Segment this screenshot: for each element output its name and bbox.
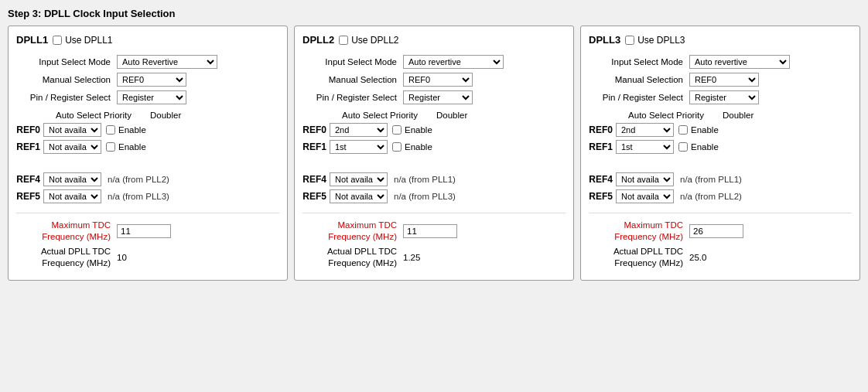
- doubler-header-label-dpll3: Doubler: [723, 111, 754, 120]
- doubler-checkbox-dpll1-REF0[interactable]: [106, 125, 115, 135]
- doubler-wrapper-dpll3-REF0[interactable]: Enable: [678, 125, 719, 135]
- doubler-wrapper-dpll2-REF1[interactable]: Enable: [392, 142, 432, 152]
- dpll-container: DPLL1Use DPLL1Input Select ModeAuto Reve…: [8, 26, 860, 281]
- ref-row-dpll2-REF1: REF1Not available for s1st2nd3rd4thEnabl…: [302, 140, 566, 154]
- manual-selection-select-dpll3[interactable]: REF0REF1REF4REF5: [689, 73, 759, 87]
- doubler-label-dpll1-REF0: Enable: [118, 125, 146, 135]
- ref-priority-select-dpll1-REF4[interactable]: Not available for s1st2nd3rd4th: [43, 172, 101, 186]
- ref-note-dpll2-REF5: n/a (from PLL3): [394, 192, 456, 201]
- ref-label-dpll1-REF0: REF0: [16, 124, 43, 135]
- ref-label-dpll2-REF4: REF4: [302, 174, 330, 185]
- doubler-checkbox-dpll1-REF1[interactable]: [106, 142, 115, 152]
- use-dpll-checkbox-dpll3[interactable]: [625, 36, 634, 45]
- ref-label-dpll1-REF1: REF1: [16, 141, 43, 152]
- ref-priority-select-dpll2-REF0[interactable]: Not available for s1st2nd3rd4th: [330, 123, 388, 137]
- priority-section-dpll3: Auto Select PriorityDoublerREF0Not avail…: [589, 111, 852, 203]
- pin-register-row-dpll3: Pin / Register SelectRegisterPin: [589, 90, 852, 104]
- doubler-checkbox-dpll3-REF1[interactable]: [678, 142, 688, 152]
- ref-note-dpll1-REF4: n/a (from PLL2): [108, 175, 169, 184]
- ref-label-dpll3-REF0: REF0: [589, 124, 616, 135]
- use-dpll-wrapper-dpll2[interactable]: Use DPLL2: [339, 35, 398, 46]
- doubler-label-dpll2-REF0: Enable: [405, 125, 432, 135]
- use-dpll-wrapper-dpll3[interactable]: Use DPLL3: [625, 35, 685, 46]
- doubler-checkbox-dpll2-REF0[interactable]: [392, 125, 402, 135]
- ref-priority-select-dpll3-REF1[interactable]: Not available for s1st2nd3rd4th: [616, 140, 674, 154]
- doubler-checkbox-dpll2-REF1[interactable]: [392, 142, 402, 152]
- ref-priority-select-dpll2-REF5[interactable]: Not available for s1st2nd3rd4th: [330, 189, 388, 203]
- doubler-label-dpll3-REF1: Enable: [691, 142, 719, 152]
- input-select-mode-row-dpll2: Input Select ModeAuto RevertiveAuto reve…: [302, 55, 566, 69]
- input-select-mode-select-dpll1[interactable]: Auto RevertiveAuto revertiveManual: [117, 55, 217, 69]
- page-title: Step 3: DPLL Clock Input Selection: [8, 8, 860, 19]
- pin-register-label-dpll1: Pin / Register Select: [16, 93, 117, 102]
- panel-title-dpll3: DPLL3: [589, 34, 620, 46]
- ref-label-dpll2-REF0: REF0: [302, 124, 330, 135]
- ref-row-dpll3-REF5: REF5Not available for s1st2nd3rd4thn/a (…: [589, 189, 852, 203]
- doubler-label-dpll2-REF1: Enable: [405, 142, 432, 152]
- use-dpll-wrapper-dpll1[interactable]: Use DPLL1: [53, 35, 112, 46]
- ref-priority-select-dpll2-REF4[interactable]: Not available for s1st2nd3rd4th: [330, 172, 388, 186]
- ref-label-dpll3-REF4: REF4: [589, 174, 616, 185]
- priority-header-label-dpll1: Auto Select Priority: [43, 111, 144, 120]
- ref-row-dpll3-REF4: REF4Not available for s1st2nd3rd4thn/a (…: [589, 172, 852, 186]
- manual-selection-row-dpll3: Manual SelectionREF0REF1REF4REF5: [589, 73, 852, 87]
- ref-label-dpll3-REF5: REF5: [589, 191, 616, 202]
- ref-row-dpll3-REF1: REF1Not available for s1st2nd3rd4thEnabl…: [589, 140, 852, 154]
- manual-selection-select-dpll1[interactable]: REF0REF1REF4REF5: [117, 73, 186, 87]
- panel-title-dpll1: DPLL1: [16, 34, 48, 46]
- ref-priority-select-dpll3-REF5[interactable]: Not available for s1st2nd3rd4th: [616, 189, 674, 203]
- actual-tdc-value-dpll1: 10: [117, 253, 127, 262]
- pin-register-select-dpll3[interactable]: RegisterPin: [689, 90, 759, 104]
- ref-row-dpll2-REF4: REF4Not available for s1st2nd3rd4thn/a (…: [302, 172, 566, 186]
- priority-section-dpll2: Auto Select PriorityDoublerREF0Not avail…: [302, 111, 566, 203]
- max-tdc-row-dpll2: Maximum TDCFrequency (MHz): [302, 220, 566, 243]
- ref-priority-select-dpll1-REF5[interactable]: Not available for s1st2nd3rd4th: [43, 189, 101, 203]
- manual-selection-select-dpll2[interactable]: REF0REF1REF4REF5: [403, 73, 473, 87]
- max-tdc-input-dpll3[interactable]: [689, 224, 743, 238]
- pin-register-label-dpll2: Pin / Register Select: [302, 93, 403, 102]
- priority-header-row-dpll1: Auto Select PriorityDoubler: [16, 111, 279, 120]
- ref-label-dpll1-REF5: REF5: [16, 191, 43, 202]
- max-tdc-input-dpll2[interactable]: [403, 224, 457, 238]
- ref-label-dpll1-REF4: REF4: [16, 174, 43, 185]
- doubler-wrapper-dpll1-REF0[interactable]: Enable: [106, 125, 146, 135]
- actual-tdc-row-dpll1: Actual DPLL TDCFrequency (MHz)10: [16, 246, 279, 269]
- input-select-mode-select-dpll2[interactable]: Auto RevertiveAuto revertiveManual: [403, 55, 504, 69]
- input-select-mode-label-dpll1: Input Select Mode: [16, 57, 117, 66]
- ref-priority-select-dpll2-REF1[interactable]: Not available for s1st2nd3rd4th: [330, 140, 388, 154]
- ref-priority-select-dpll3-REF4[interactable]: Not available for s1st2nd3rd4th: [616, 172, 674, 186]
- max-tdc-label-dpll3: Maximum TDCFrequency (MHz): [589, 220, 689, 243]
- actual-tdc-row-dpll3: Actual DPLL TDCFrequency (MHz)25.0: [589, 246, 852, 269]
- doubler-wrapper-dpll2-REF0[interactable]: Enable: [392, 125, 432, 135]
- ref-priority-select-dpll1-REF1[interactable]: Not available for s1st2nd3rd4th: [43, 140, 101, 154]
- panel-title-dpll2: DPLL2: [302, 34, 334, 46]
- pin-register-select-dpll1[interactable]: RegisterPin: [117, 90, 186, 104]
- pin-register-select-dpll2[interactable]: RegisterPin: [403, 90, 473, 104]
- use-dpll-checkbox-dpll2[interactable]: [339, 36, 348, 45]
- use-dpll-label-dpll2: Use DPLL2: [351, 35, 398, 46]
- panel-dpll3: DPLL3Use DPLL3Input Select ModeAuto Reve…: [580, 26, 860, 281]
- use-dpll-label-dpll3: Use DPLL3: [637, 35, 685, 46]
- manual-selection-label-dpll1: Manual Selection: [16, 75, 117, 84]
- pin-register-row-dpll2: Pin / Register SelectRegisterPin: [302, 90, 566, 104]
- panel-header-dpll1: DPLL1Use DPLL1: [16, 34, 279, 46]
- ref-priority-select-dpll3-REF0[interactable]: Not available for s1st2nd3rd4th: [616, 123, 674, 137]
- ref-row-dpll1-REF1: REF1Not available for s1st2nd3rd4thEnabl…: [16, 140, 279, 154]
- max-tdc-label-dpll1: Maximum TDCFrequency (MHz): [16, 220, 117, 243]
- ref-gap-dpll2: [302, 157, 566, 172]
- priority-header-row-dpll2: Auto Select PriorityDoubler: [302, 111, 566, 120]
- panel-header-dpll3: DPLL3Use DPLL3: [589, 34, 852, 46]
- panel-dpll2: DPLL2Use DPLL2Input Select ModeAuto Reve…: [294, 26, 574, 281]
- doubler-wrapper-dpll3-REF1[interactable]: Enable: [678, 142, 719, 152]
- actual-tdc-row-dpll2: Actual DPLL TDCFrequency (MHz)1.25: [302, 246, 566, 269]
- ref-row-dpll3-REF0: REF0Not available for s1st2nd3rd4thEnabl…: [589, 123, 852, 137]
- actual-tdc-label-dpll2: Actual DPLL TDCFrequency (MHz): [302, 246, 403, 269]
- input-select-mode-select-dpll3[interactable]: Auto RevertiveAuto revertiveManual: [689, 55, 790, 69]
- panel-dpll1: DPLL1Use DPLL1Input Select ModeAuto Reve…: [8, 26, 288, 281]
- max-tdc-input-dpll1[interactable]: [117, 224, 171, 238]
- doubler-wrapper-dpll1-REF1[interactable]: Enable: [106, 142, 146, 152]
- input-select-mode-label-dpll3: Input Select Mode: [589, 57, 689, 66]
- use-dpll-checkbox-dpll1[interactable]: [53, 36, 62, 45]
- doubler-checkbox-dpll3-REF0[interactable]: [678, 125, 688, 135]
- ref-priority-select-dpll1-REF0[interactable]: Not available for s1st2nd3rd4th: [43, 123, 101, 137]
